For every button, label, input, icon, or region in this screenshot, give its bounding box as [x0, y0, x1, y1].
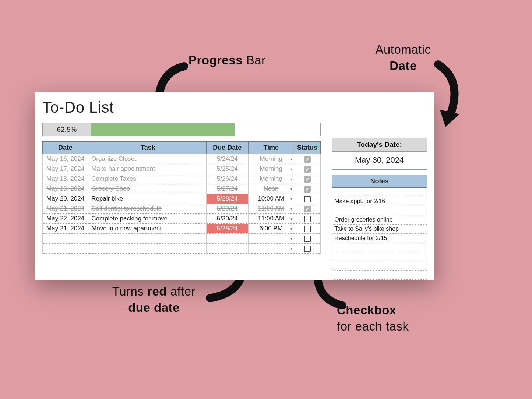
notes-cell[interactable]	[332, 271, 427, 280]
filter-icon[interactable]	[314, 144, 318, 152]
dropdown-arrow-icon[interactable]: ▾	[290, 247, 292, 251]
notes-row	[332, 261, 427, 271]
cell-date[interactable]: May 19, 2024	[43, 184, 88, 194]
cell-task[interactable]: Organize Closet	[88, 154, 207, 164]
dropdown-arrow-icon[interactable]: ▾	[290, 227, 292, 231]
cell-time[interactable]: ▾	[248, 234, 294, 244]
table-row: May 16, 2024Organize Closet5/24/24Mornin…	[43, 154, 321, 164]
cell-task[interactable]: Repair bike	[88, 194, 207, 204]
cell-status	[294, 164, 320, 174]
dropdown-arrow-icon[interactable]: ▾	[290, 187, 292, 191]
cell-date[interactable]: May 20, 2024	[43, 194, 88, 204]
status-checkbox[interactable]	[304, 156, 311, 163]
cell-task[interactable]: Complete packing for move	[88, 214, 207, 224]
cell-task[interactable]: Grocery Shop	[88, 184, 207, 194]
cell-date[interactable]: May 16, 2024	[43, 154, 88, 164]
table-row: May 22, 2024Complete packing for move5/3…	[43, 214, 321, 224]
cell-task[interactable]: Make hair appointment	[88, 164, 207, 174]
cell-status	[294, 214, 320, 224]
dropdown-arrow-icon[interactable]: ▾	[290, 157, 292, 161]
today-date-value: May 30, 2024	[332, 152, 427, 169]
status-checkbox[interactable]	[304, 196, 311, 202]
status-checkbox[interactable]	[304, 226, 311, 232]
notes-cell[interactable]: Make appt. for 2/16	[332, 197, 427, 206]
cell-date[interactable]: May 21, 2024	[43, 204, 88, 214]
status-checkbox[interactable]	[304, 216, 311, 222]
status-checkbox[interactable]	[304, 236, 311, 242]
today-date-box: Today's Date: May 30, 2024	[332, 138, 427, 170]
status-checkbox[interactable]	[304, 186, 311, 193]
notes-cell[interactable]	[332, 243, 427, 252]
progress-bar: 62.5%	[42, 123, 321, 136]
cell-due-date[interactable]: 5/30/24	[206, 214, 248, 224]
cell-task[interactable]: Complete Taxes	[88, 174, 207, 184]
header-date[interactable]: Date	[43, 142, 88, 154]
notes-cell[interactable]: Order groceries online	[332, 215, 427, 225]
cell-due-date[interactable]: 5/27/24	[206, 184, 248, 194]
cell-time[interactable]: 11:00 AM▾	[248, 204, 294, 214]
cell-due-date[interactable]: 5/25/24	[206, 164, 248, 174]
notes-row	[332, 252, 427, 261]
dropdown-arrow-icon[interactable]: ▾	[290, 177, 292, 181]
cell-time[interactable]: 6:00 PM▾	[248, 224, 294, 234]
status-checkbox[interactable]	[304, 246, 311, 252]
cell-task[interactable]: Move into new apartment	[88, 224, 207, 234]
cell-task[interactable]: Call dentist to reschedule	[88, 204, 207, 214]
dropdown-arrow-icon[interactable]: ▾	[290, 237, 292, 241]
cell-time[interactable]: Morning▾	[248, 154, 294, 164]
notes-cell[interactable]	[332, 206, 427, 215]
cell-task[interactable]	[88, 244, 207, 254]
header-task[interactable]: Task	[88, 142, 207, 154]
cell-due-date[interactable]: 5/26/24	[206, 174, 248, 184]
header-time[interactable]: Time	[248, 142, 294, 154]
notes-row: Take to Sally's bike shop	[332, 225, 427, 234]
notes-row	[332, 206, 427, 215]
notes-cell[interactable]	[332, 252, 427, 261]
cell-date[interactable]	[43, 244, 88, 254]
status-checkbox[interactable]	[304, 176, 311, 183]
cell-due-date[interactable]: 5/28/24	[206, 194, 248, 204]
cell-date[interactable]: May 22, 2024	[43, 214, 88, 224]
notes-cell[interactable]: Take to Sally's bike shop	[332, 225, 427, 234]
notes-row	[332, 188, 427, 197]
cell-time[interactable]: Morning▾	[248, 164, 294, 174]
status-checkbox[interactable]	[304, 206, 311, 212]
cell-date[interactable]: May 17, 2024	[43, 164, 88, 174]
annotation-progress-bar: Progress Bar	[189, 53, 266, 67]
cell-status	[294, 224, 320, 234]
cell-time[interactable]: 11:00 AM▾	[248, 214, 294, 224]
notes-cell[interactable]	[332, 261, 427, 271]
notes-row: Order groceries online	[332, 215, 427, 225]
cell-due-date[interactable]	[206, 234, 248, 244]
cell-task[interactable]	[88, 234, 207, 244]
cell-due-date[interactable]: 5/28/24	[206, 224, 248, 234]
cell-time[interactable]: ▾	[248, 244, 294, 254]
progress-percent-label: 62.5%	[43, 123, 91, 136]
cell-time[interactable]: 10:00 AM▾	[248, 194, 294, 204]
cell-due-date[interactable]: 5/24/24	[206, 154, 248, 164]
dropdown-arrow-icon[interactable]: ▾	[290, 197, 292, 201]
table-row: May 21, 2024Call dentist to reschedule5/…	[43, 204, 321, 214]
cell-due-date[interactable]	[206, 244, 248, 254]
cell-status	[294, 244, 320, 254]
dropdown-arrow-icon[interactable]: ▾	[290, 207, 292, 211]
header-notes[interactable]: Notes	[332, 175, 427, 188]
cell-time[interactable]: Morning▾	[248, 174, 294, 184]
table-row: May 17, 2024Make hair appointment5/25/24…	[43, 164, 321, 174]
table-row: May 18, 2024Complete Taxes5/26/24Morning…	[43, 174, 321, 184]
cell-due-date[interactable]: 5/29/24	[206, 204, 248, 214]
notes-cell[interactable]	[332, 188, 427, 197]
cell-date[interactable]: May 18, 2024	[43, 174, 88, 184]
cell-date[interactable]	[43, 234, 88, 244]
header-status[interactable]: Status	[294, 142, 320, 154]
header-due-date[interactable]: Due Date	[206, 142, 248, 154]
dropdown-arrow-icon[interactable]: ▾	[290, 217, 292, 221]
cell-date[interactable]: May 21, 2024	[43, 224, 88, 234]
dropdown-arrow-icon[interactable]: ▾	[290, 167, 292, 171]
table-row: ▾	[43, 234, 321, 244]
cell-time[interactable]: Noon▾	[248, 184, 294, 194]
status-checkbox[interactable]	[304, 166, 311, 173]
task-table: Date Task Due Date Time Status May 16, 2…	[42, 141, 321, 254]
cell-status	[294, 184, 320, 194]
notes-cell[interactable]: Reschedule for 2/15	[332, 234, 427, 243]
